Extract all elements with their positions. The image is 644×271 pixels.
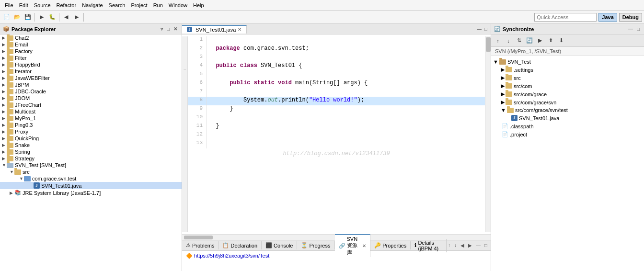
tree-item-pkg[interactable]: ▼ com.grace.svn.test xyxy=(0,175,182,182)
perspective-java-btn[interactable]: Java xyxy=(598,13,617,22)
tab-problems[interactable]: ⚠ Problems xyxy=(182,241,218,249)
sync-item-srccom[interactable]: ▶ src/com xyxy=(491,82,644,90)
tree-item-javawebfilter[interactable]: ▶ JavaWEBFilter xyxy=(0,75,182,81)
tree-item-iterator[interactable]: ▶ Iterator xyxy=(0,68,182,75)
tree-item-filter[interactable]: ▶ Filter xyxy=(0,55,182,61)
tree-item-chat2[interactable]: ▶ Chat2 xyxy=(0,34,182,41)
tree-item-proxy[interactable]: ▶ Proxy xyxy=(0,128,182,135)
tree-item-spring[interactable]: ▶ Spring xyxy=(0,148,182,155)
minimize-btn[interactable]: ▿ xyxy=(159,26,164,32)
menu-navigate[interactable]: Navigate xyxy=(79,1,105,9)
tree-item-jfreechart[interactable]: ▶ JFreeChart xyxy=(0,102,182,108)
panel-header-buttons: ▿ □ ✕ xyxy=(159,26,179,32)
folder-icon xyxy=(7,109,13,114)
tree-item-ping[interactable]: ▶ Ping0.3 xyxy=(0,122,182,128)
tree-item-svntest01[interactable]: J SVN_Test01.java xyxy=(0,182,182,189)
tab-properties[interactable]: 🔑 Properties xyxy=(370,241,411,249)
bt-btn2[interactable]: ↓ xyxy=(453,242,458,248)
close-btn[interactable]: ✕ xyxy=(172,26,179,32)
svn-tab-close[interactable]: ✕ xyxy=(362,243,366,248)
bt-minimize[interactable]: — xyxy=(474,242,482,248)
editor-maximize-btn[interactable]: □ xyxy=(483,26,489,32)
tab-console[interactable]: ⬛ Console xyxy=(262,241,297,249)
sync-btn7[interactable]: ⬇ xyxy=(556,36,566,45)
editor-tab-btns: — □ xyxy=(475,26,491,32)
tab-declaration[interactable]: 📋 Declaration xyxy=(218,241,262,249)
new-btn[interactable]: 📄 xyxy=(2,12,12,22)
tab-close-btn[interactable]: ✕ xyxy=(238,27,242,32)
open-btn[interactable]: 📂 xyxy=(12,12,22,22)
sync-btn3[interactable]: ⇅ xyxy=(514,36,524,45)
quick-access-input[interactable] xyxy=(534,13,597,22)
tree-item-svntest[interactable]: ▼ SVN_Test [SVN_Test] xyxy=(0,162,182,169)
sync-btn4[interactable]: 🔄 xyxy=(525,36,534,45)
bt-btn3[interactable]: ◀ xyxy=(459,242,466,248)
sync-item-settings[interactable]: ▶ .settings xyxy=(491,66,644,74)
editor-content[interactable]: − 1 2 package com.grace.svn. xyxy=(182,34,491,234)
tree-item-snake[interactable]: ▶ Snake xyxy=(0,142,182,148)
maximize-btn[interactable]: □ xyxy=(165,26,171,32)
perspective-debug-btn[interactable]: Debug xyxy=(619,13,642,22)
sync-item-srccomgracesvntest[interactable]: ▼ src/com/grace/svn/test xyxy=(491,106,644,114)
tree-item-jbpm[interactable]: ▶ JBPM xyxy=(0,81,182,88)
menu-project[interactable]: Project xyxy=(128,1,150,9)
main-layout: 📦 Package Explorer ▿ □ ✕ ▶ Chat2 ▶ Email… xyxy=(0,24,644,271)
sync-btn6[interactable]: ⬆ xyxy=(546,36,555,45)
fwd-btn[interactable]: ▶ xyxy=(72,12,81,22)
sync-item-srccomgrace[interactable]: ▶ src/com/grace xyxy=(491,90,644,98)
svn-url[interactable]: https://5h9j8h2uxeagit3/svn/Test xyxy=(194,253,269,259)
tree-item-factory[interactable]: ▶ Factory xyxy=(0,48,182,55)
tree-item-src[interactable]: ▼ src xyxy=(0,169,182,175)
collapse-marker[interactable]: − xyxy=(183,67,186,72)
sync-btn2[interactable]: ↓ xyxy=(504,36,513,45)
tree-item-strategy[interactable]: ▶ Strategy xyxy=(0,155,182,162)
sync-item-src[interactable]: ▶ src xyxy=(491,74,644,82)
run-btn[interactable]: ▶ xyxy=(37,12,46,22)
tree-item-jdbc[interactable]: ▶ JDBC-Oracle xyxy=(0,88,182,95)
sync-item-svntest[interactable]: ▼ SVN_Test xyxy=(491,58,644,66)
menu-window[interactable]: Window xyxy=(166,1,190,9)
debug-btn[interactable]: 🐛 xyxy=(47,12,57,22)
bt-btn1[interactable]: ↑ xyxy=(447,242,452,248)
menu-source[interactable]: Source xyxy=(31,1,54,9)
code-view[interactable]: 1 2 package com.grace.svn.test; 3 xyxy=(188,36,485,232)
scroll-thumb[interactable] xyxy=(486,37,491,52)
back-btn[interactable]: ◀ xyxy=(61,12,71,22)
bt-maximize[interactable]: □ xyxy=(483,242,489,248)
xml-icon: 📄 xyxy=(502,123,508,129)
folder-icon xyxy=(506,83,512,89)
menu-file[interactable]: File xyxy=(2,1,16,9)
sync-maximize-btn[interactable]: □ xyxy=(635,26,641,32)
tree-item-multicast[interactable]: ▶ Multicast xyxy=(0,108,182,115)
editor-minimize-btn[interactable]: — xyxy=(475,26,483,32)
tree-item-flappybird[interactable]: ▶ FlappyBird xyxy=(0,61,182,68)
menu-edit[interactable]: Edit xyxy=(16,1,31,9)
sync-item-project[interactable]: 📄 .project xyxy=(491,130,644,138)
package-icon xyxy=(24,176,31,181)
sync-btn5[interactable]: ▶ xyxy=(535,36,545,45)
sync-btn1[interactable]: ↑ xyxy=(493,36,503,45)
tab-details[interactable]: ℹ Details (jBPM 4) xyxy=(411,239,447,252)
tree-item-jdom[interactable]: ▶ JDOM xyxy=(0,95,182,102)
sync-item-classpath[interactable]: 📄 .classpath xyxy=(491,122,644,130)
tree-item-quickping[interactable]: ▶ QuickPing xyxy=(0,135,182,142)
menu-help[interactable]: Help xyxy=(190,1,207,9)
chevron-icon: ▶ xyxy=(2,96,6,101)
menu-run[interactable]: Run xyxy=(150,1,166,9)
tree-item-jre[interactable]: ▶ 📚 JRE System Library [JavaSE-1.7] xyxy=(0,189,182,196)
save-btn[interactable]: 💾 xyxy=(23,12,33,22)
menu-refactor[interactable]: Refactor xyxy=(54,1,80,9)
sync-item-svntest01[interactable]: J SVN_Test01.java xyxy=(491,114,644,122)
editor-vscrollbar[interactable] xyxy=(485,36,491,232)
tree-item-mypro[interactable]: ▶ MyPro_1 xyxy=(0,115,182,122)
menu-search[interactable]: Search xyxy=(106,1,128,9)
tab-label: Console xyxy=(274,243,293,248)
sync-item-srccomgracesvn[interactable]: ▶ src/com/grace/svn xyxy=(491,98,644,106)
sync-minimize-btn[interactable]: — xyxy=(627,26,634,32)
editor-tab-svntest01[interactable]: J SVN_Test01.java ✕ xyxy=(182,25,247,34)
tree-item-email[interactable]: ▶ Email xyxy=(0,41,182,48)
h-scroll-thumb[interactable] xyxy=(184,236,213,239)
bt-btn4[interactable]: ▶ xyxy=(467,242,473,248)
chevron-icon: ▶ xyxy=(2,123,6,127)
tab-progress[interactable]: ⏳ Progress xyxy=(297,241,334,249)
